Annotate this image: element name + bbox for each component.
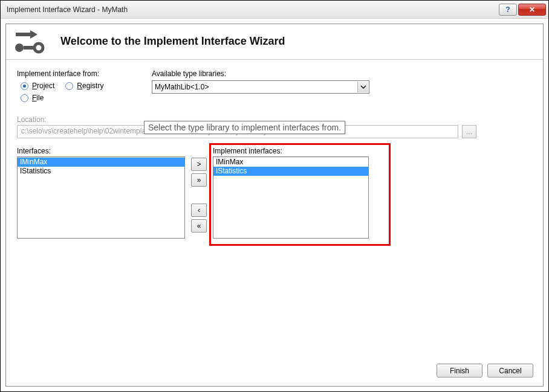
radio-registry[interactable]: Registry (65, 82, 103, 90)
wizard-title: Welcome to the Implement Interface Wizar… (60, 35, 285, 48)
titlebar-buttons: ? ✕ (498, 4, 546, 16)
help-icon: ? (505, 5, 510, 14)
wizard-header: Welcome to the Implement Interface Wizar… (6, 24, 543, 59)
remove-button[interactable]: ‹ (191, 204, 207, 217)
list-item[interactable]: IStatistics (213, 167, 368, 176)
add-button[interactable]: > (191, 158, 207, 171)
chevron-left-icon: ‹ (198, 206, 200, 214)
typelib-group: Available type libraries: MyMathLib<1.0> (152, 69, 372, 94)
chevron-right-icon: > (197, 160, 201, 169)
radio-label: File (32, 94, 44, 102)
button-label: Finish (450, 367, 469, 375)
combo-dropdown-button[interactable] (357, 82, 368, 92)
close-icon: ✕ (529, 5, 535, 14)
dialog-buttons: Finish Cancel (437, 364, 533, 378)
radio-icon (21, 94, 28, 102)
interfaces-listbox[interactable]: IMinMax IStatistics (17, 156, 185, 239)
window-title: Implement Interface Wizard - MyMath (7, 5, 498, 14)
add-all-button[interactable]: » (191, 173, 207, 187)
browse-button: ... (462, 125, 476, 138)
titlebar: Implement Interface Wizard - MyMath ? ✕ (1, 1, 548, 19)
list-item[interactable]: IMinMax (213, 158, 368, 167)
interfaces-column: Interfaces: IMinMax IStatistics (17, 147, 185, 239)
source-group: Implement interface from: Project Regist… (17, 69, 135, 104)
list-item[interactable]: IMinMax (18, 158, 184, 167)
typelib-tooltip: Select the type library to implement int… (144, 121, 345, 134)
wizard-icon (12, 28, 46, 54)
source-group-label: Implement interface from: (17, 69, 135, 78)
implement-listbox[interactable]: IMinMax IStatistics (213, 156, 369, 239)
remove-all-button[interactable]: « (191, 219, 207, 233)
transfer-buttons: > » ‹ « (191, 147, 207, 233)
typelib-combo[interactable]: MyMathLib<1.0> (152, 80, 369, 94)
typelib-label: Available type libraries: (152, 69, 372, 78)
help-button[interactable]: ? (499, 4, 517, 16)
implement-label: Implement interfaces: (213, 147, 369, 155)
double-chevron-right-icon: » (197, 176, 201, 184)
list-item[interactable]: IStatistics (18, 167, 184, 176)
ellipsis-icon: ... (466, 127, 472, 136)
lists-area: Interfaces: IMinMax IStatistics > » ‹ « (17, 147, 532, 239)
radio-label: Project (32, 82, 54, 90)
svg-point-4 (34, 43, 43, 52)
radio-label: Registry (77, 82, 103, 90)
wizard-panel: Welcome to the Implement Interface Wizar… (5, 24, 544, 387)
finish-button[interactable]: Finish (437, 364, 482, 378)
radio-icon (65, 82, 73, 90)
double-chevron-left-icon: « (197, 222, 201, 230)
cancel-button[interactable]: Cancel (487, 364, 533, 378)
radio-file[interactable]: File (21, 94, 135, 102)
close-button[interactable]: ✕ (518, 4, 546, 16)
radio-icon (21, 82, 28, 90)
implement-column: Implement interfaces: IMinMax IStatistic… (213, 147, 369, 239)
radio-project[interactable]: Project (21, 82, 54, 90)
button-label: Cancel (499, 367, 521, 375)
chevron-down-icon (360, 85, 366, 89)
svg-rect-0 (16, 33, 30, 36)
svg-point-2 (15, 43, 24, 52)
svg-marker-1 (30, 30, 37, 39)
typelib-value: MyMathLib<1.0> (155, 83, 209, 91)
interfaces-label: Interfaces: (17, 147, 185, 155)
